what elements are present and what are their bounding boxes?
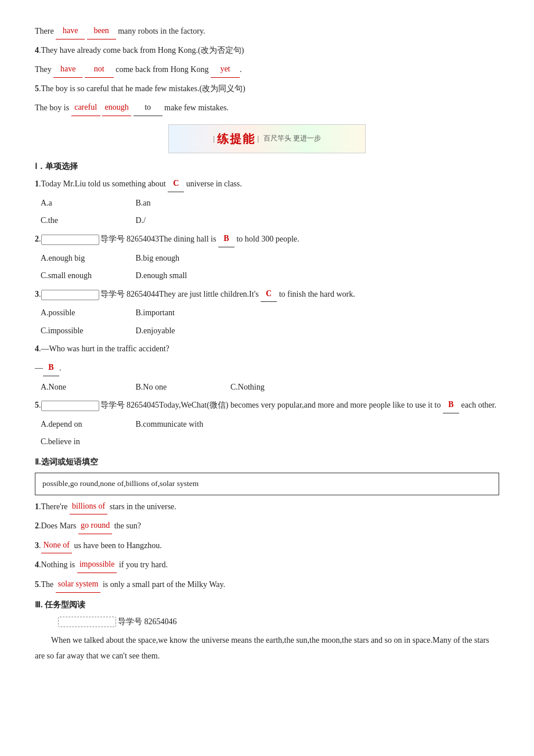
q5-optB: B.communicate with (136, 417, 229, 433)
q1-optD: D./ (136, 213, 229, 229)
part3-para: When we talked about the space,we know t… (35, 633, 499, 664)
q2-options: A.enough big B.big enough (41, 251, 499, 267)
part2-label: Ⅱ.选词或短语填空 (35, 455, 499, 469)
q5-mc-answer: B (443, 397, 459, 413)
q5-answer: The boy is careful enough to make few mi… (35, 100, 499, 116)
q5-optA: A.depend on (41, 417, 134, 433)
q4-dialog-ans: —B. (35, 360, 499, 376)
q5-instruction: 5.The boy is so careful that he made few… (35, 81, 499, 97)
q2-optC: C.small enough (41, 268, 134, 284)
q2-optA: A.enough big (41, 251, 134, 267)
q1-optA: A.a (41, 196, 134, 211)
q3-num: 3 (35, 290, 39, 298)
q2-optD: D.enough small (136, 268, 229, 284)
blank-have: have (56, 23, 85, 39)
q3: 3.导学号 82654044They are just little child… (35, 286, 499, 303)
page: There have been many robots in the facto… (35, 23, 499, 756)
q2-options2: C.small enough D.enough small (41, 268, 499, 284)
q5-optC: C.believe in (41, 434, 134, 450)
q1-optC: C.the (41, 213, 134, 229)
fill-q5-num: 5 (35, 580, 39, 589)
blank-careful: careful (71, 100, 100, 116)
q4-mc-answer: B (43, 360, 59, 376)
q1: 1.Today Mr.Liu told us something about C… (35, 176, 499, 192)
q4-instruction: 4.They have already come back from Hong … (35, 43, 499, 59)
q5-input-box[interactable] (41, 401, 99, 411)
section-title-box: | 练提能 | 百尺竿头 更进一步 (168, 124, 366, 153)
q2-input-box[interactable] (41, 235, 99, 245)
q1-optB: B.an (136, 196, 229, 211)
q2-optB: B.big enough (136, 251, 229, 267)
part3-input-box[interactable] (58, 617, 116, 627)
blank-not: not (85, 62, 114, 78)
word-bank: possible,go round,none of,billions of,so… (35, 473, 499, 495)
q2-num: 2 (35, 235, 39, 243)
top-sentence-1: There have been many robots in the facto… (35, 23, 499, 39)
fill-q5-answer: solar system (56, 577, 101, 593)
q5-mc-options2: C.believe in (41, 434, 499, 450)
fill-q3: 3.None of us have been to Hangzhou. (35, 538, 499, 554)
fill-q4-num: 4 (35, 560, 39, 569)
part1-label: Ⅰ．单项选择 (35, 159, 499, 174)
fill-q5: 5.The solar system is only a small part … (35, 577, 499, 593)
q3-options: A.possible B.important (41, 305, 499, 321)
fill-q3-num: 3 (35, 541, 39, 550)
part3-label: Ⅲ. 任务型阅读 (35, 597, 499, 612)
q5-mc-num: 5 (35, 401, 39, 409)
q4-optA: A.None (41, 380, 134, 395)
fill-q3-answer: None of (41, 538, 73, 554)
q5-num: 5 (35, 84, 39, 93)
q1-options2: C.the D./ (41, 213, 499, 229)
q4-mc-num: 4 (35, 344, 39, 353)
q3-input-box[interactable] (41, 290, 99, 300)
q3-answer: C (261, 286, 277, 303)
q4-num: 4 (35, 46, 39, 55)
q5-mc: 5.导学号 82654045Today,WeChat(微信) becomes v… (35, 397, 499, 413)
blank-yet: yet (211, 62, 240, 78)
q4-mc: 4.—Who was hurt in the traffic accident? (35, 341, 499, 357)
q4-mc-options: A.None B.No one C.Nothing (41, 380, 499, 395)
q3-optA: A.possible (41, 305, 134, 321)
q3-optB: B.important (136, 305, 229, 321)
q1-num: 1 (35, 179, 39, 188)
q3-optC: C.impossible (41, 323, 134, 339)
q4-text: .They have already come back from Hong K… (39, 46, 244, 55)
fill-q1: 1.There're billions of stars in the univ… (35, 499, 499, 515)
fill-q4: 4.Nothing is impossible if you try hard. (35, 557, 499, 573)
q2-answer: B (218, 231, 234, 247)
q5-mc-options: A.depend on B.communicate with (41, 417, 499, 433)
fill-q2: 2.Does Mars go round the sun? (35, 518, 499, 534)
q4-answer: They have not come back from Hong Kong y… (35, 62, 499, 78)
fill-q1-answer: billions of (70, 499, 107, 515)
q3-optD: D.enjoyable (136, 323, 229, 339)
blank-enough: enough (102, 100, 131, 116)
q4-optB: B.No one (136, 380, 229, 395)
blank-been: been (87, 23, 116, 39)
fill-q1-num: 1 (35, 502, 39, 511)
fill-q2-answer: go round (78, 518, 112, 534)
blank-have2: have (53, 62, 82, 78)
fill-q4-answer: impossible (77, 557, 117, 573)
q1-options: A.a B.an (41, 196, 499, 211)
q2: 2.导学号 82654043The dining hall is B to ho… (35, 231, 499, 247)
section-title-main: 练提能 (217, 128, 255, 149)
q4-optC: C.Nothing (230, 380, 323, 395)
q1-answer: C (168, 176, 184, 192)
blank-to: to (134, 100, 163, 116)
q5-text: .The boy is so careful that he made few … (39, 84, 246, 93)
fill-q2-num: 2 (35, 521, 39, 530)
section-title-sub: 百尺竿头 更进一步 (264, 132, 321, 145)
part3-input-line: 导学号 82654046 (58, 614, 499, 630)
q3-options2: C.impossible D.enjoyable (41, 323, 499, 339)
